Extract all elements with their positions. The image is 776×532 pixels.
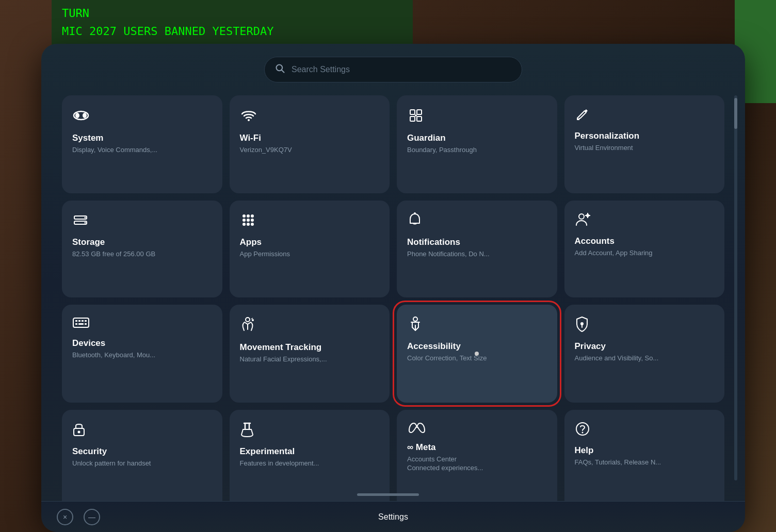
- settings-card-personalization[interactable]: Personalization Virtual Environment: [564, 95, 725, 193]
- svg-point-25: [414, 212, 416, 214]
- scroll-indicator: [357, 493, 419, 496]
- lock-icon: [72, 421, 86, 440]
- meta-icon: [407, 421, 427, 436]
- bottom-title: Settings: [378, 512, 408, 522]
- apps-icon: [240, 212, 256, 231]
- svg-point-44: [413, 317, 417, 321]
- personalization-subtitle: Virtual Environment: [575, 144, 633, 153]
- system-title: System: [72, 133, 103, 143]
- pencil-icon: [575, 107, 590, 125]
- accessibility-title: Accessibility: [407, 341, 461, 352]
- settings-card-apps[interactable]: Apps App Permissions: [230, 201, 390, 297]
- keyboard-icon: [72, 316, 90, 332]
- apps-subtitle: App Permissions: [240, 250, 290, 259]
- settings-card-devices[interactable]: Devices Bluetooth, Keyboard, Mou...: [62, 305, 222, 403]
- settings-card-accessibility[interactable]: Accessibility Color Correction, Text Siz…: [397, 305, 557, 403]
- storage-icon: [72, 212, 89, 231]
- svg-point-24: [251, 223, 254, 226]
- svg-rect-8: [410, 117, 415, 121]
- settings-card-help[interactable]: Help FAQs, Tutorials, Release N...: [564, 410, 725, 511]
- svg-point-15: [85, 222, 86, 224]
- settings-card-movement[interactable]: Movement Tracking Natural Facial Express…: [230, 305, 390, 403]
- svg-point-42: [252, 319, 254, 321]
- storage-title: Storage: [72, 237, 105, 247]
- accounts-icon: [575, 212, 592, 230]
- notifications-subtitle: Phone Notifications, Do N...: [407, 250, 490, 259]
- wifi-subtitle: Verizon_V9KQ7V: [240, 146, 292, 155]
- system-subtitle: Display, Voice Commands,...: [72, 146, 157, 155]
- svg-point-18: [251, 214, 254, 218]
- settings-card-notifications[interactable]: Notifications Phone Notifications, Do N.…: [397, 201, 557, 297]
- svg-point-21: [251, 219, 254, 222]
- bell-icon: [407, 212, 423, 231]
- settings-card-security[interactable]: Security Unlock pattern for handset: [62, 410, 222, 511]
- svg-point-14: [85, 217, 86, 219]
- settings-grid: System Display, Voice Commands,... Wi-Fi…: [62, 95, 724, 511]
- oculus-icon: [72, 107, 90, 127]
- svg-point-40: [246, 318, 250, 322]
- bottom-controls: × —: [57, 509, 100, 525]
- devices-subtitle: Bluetooth, Keyboard, Mou...: [72, 351, 155, 360]
- svg-rect-39: [85, 323, 87, 325]
- settings-card-guardian[interactable]: Guardian Boundary, Passthrough: [397, 95, 557, 193]
- experimental-subtitle: Features in development...: [240, 459, 319, 468]
- guardian-title: Guardian: [407, 133, 446, 143]
- terminal-line1: TURN: [62, 4, 402, 22]
- svg-point-26: [579, 214, 584, 219]
- svg-rect-36: [85, 320, 87, 322]
- guardian-subtitle: Boundary, Passthrough: [407, 146, 477, 155]
- svg-point-5: [248, 119, 250, 121]
- apps-title: Apps: [240, 237, 262, 247]
- svg-rect-6: [410, 110, 415, 114]
- experimental-icon: [240, 421, 254, 440]
- meta-subtitle: Accounts Center Connected experiences...: [407, 455, 483, 473]
- minimize-button[interactable]: —: [84, 509, 100, 525]
- notifications-title: Notifications: [407, 237, 460, 247]
- terminal-line2: MIC 2027 USERS BANNED YESTERDAY: [62, 22, 402, 40]
- svg-rect-9: [417, 117, 422, 121]
- devices-title: Devices: [72, 338, 105, 348]
- settings-card-accounts[interactable]: Accounts Add Account, App Sharing: [564, 201, 725, 297]
- svg-point-20: [247, 219, 250, 222]
- svg-point-10: [415, 114, 417, 117]
- search-placeholder: Search Settings: [292, 65, 350, 74]
- search-bar[interactable]: Search Settings: [264, 57, 522, 82]
- wifi-icon: [240, 107, 257, 127]
- settings-panel: Search Settings System Display, Voice Co…: [41, 44, 745, 522]
- personalization-title: Personalization: [575, 131, 640, 141]
- svg-point-22: [242, 223, 246, 226]
- privacy-icon: [575, 316, 589, 335]
- terminal-strip: TURN MIC 2027 USERS BANNED YESTERDAY QUE…: [52, 0, 413, 46]
- settings-card-experimental[interactable]: Experimental Features in development...: [230, 410, 390, 511]
- settings-card-meta[interactable]: ∞ Meta Accounts Center Connected experie…: [397, 410, 557, 511]
- accounts-subtitle: Add Account, App Sharing: [575, 249, 653, 258]
- settings-card-wifi[interactable]: Wi-Fi Verizon_V9KQ7V: [230, 95, 390, 193]
- wifi-title: Wi-Fi: [240, 133, 261, 143]
- svg-point-3: [75, 113, 79, 118]
- svg-rect-33: [75, 320, 77, 322]
- security-subtitle: Unlock pattern for handset: [72, 459, 151, 468]
- help-icon: [575, 421, 590, 439]
- search-icon: [275, 63, 285, 76]
- svg-point-17: [247, 214, 250, 218]
- svg-point-23: [247, 223, 250, 226]
- guardian-icon: [407, 107, 425, 127]
- scrollbar[interactable]: [734, 95, 737, 480]
- settings-card-storage[interactable]: Storage 82.53 GB free of 256.00 GB: [62, 201, 222, 297]
- accessibility-icon: [407, 316, 424, 335]
- security-title: Security: [72, 446, 107, 457]
- svg-rect-35: [82, 320, 84, 322]
- settings-card-system[interactable]: System Display, Voice Commands,...: [62, 95, 222, 193]
- experimental-title: Experimental: [240, 446, 295, 457]
- svg-line-43: [251, 318, 253, 319]
- movement-subtitle: Natural Facial Expressions,...: [240, 355, 327, 364]
- center-dot: [475, 352, 479, 356]
- accounts-title: Accounts: [575, 236, 615, 246]
- svg-line-1: [282, 70, 284, 72]
- svg-rect-32: [73, 318, 89, 327]
- scrollbar-thumb[interactable]: [734, 98, 737, 129]
- meta-title: ∞ Meta: [407, 442, 436, 453]
- close-button[interactable]: ×: [57, 509, 73, 525]
- settings-card-privacy[interactable]: Privacy Audience and Visibility, So...: [564, 305, 725, 403]
- svg-point-55: [581, 432, 583, 434]
